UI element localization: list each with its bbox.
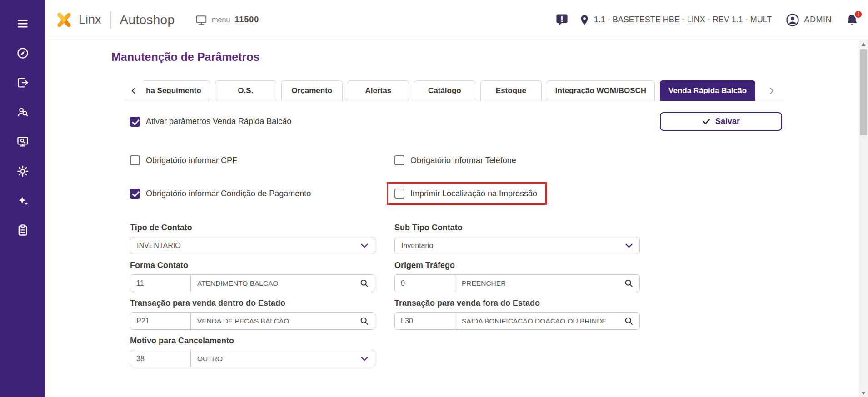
checkbox-require-payment-condition[interactable]: Obrigatório informar Condição de Pagamen… xyxy=(130,189,394,198)
field-row-4: Motivo para Cancelamento 38 OUTRO xyxy=(130,336,859,374)
search-icon xyxy=(359,316,369,326)
scrollbar-thumb[interactable] xyxy=(860,49,867,135)
sidebar-item-tasks[interactable] xyxy=(12,224,34,237)
sidebar-hamburger-button[interactable] xyxy=(12,17,34,30)
motivo-cancelamento-code-input[interactable]: 38 xyxy=(130,350,191,367)
header-divider xyxy=(110,12,111,28)
lookup-description-text: PREENCHER xyxy=(462,279,506,288)
sidebar-item-screen-search[interactable] xyxy=(12,135,34,148)
field-origem-trafego: Origem Tráfego 0 PREENCHER xyxy=(394,261,649,292)
field-forma-contato: Forma Contato 11 ATENDIMENTO BALCAO xyxy=(130,261,394,292)
field-transacao-dentro-estado: Transação para venda dentro do Estado P2… xyxy=(130,298,394,330)
monitor-search-icon xyxy=(16,135,29,148)
checkbox-require-phone[interactable]: Obrigatório informar Telefone xyxy=(394,155,649,165)
checkbox-label: Imprimir Localização na Impressão xyxy=(410,189,537,198)
transacao-dentro-description: VENDA DE PECAS BALCÃO xyxy=(190,312,375,330)
transacao-dentro-code-input[interactable]: P21 xyxy=(130,312,191,330)
origem-trafego-description: PREENCHER xyxy=(455,274,640,292)
field-label: Transação para venda fora do Estado xyxy=(394,298,649,308)
sub-tipo-contato-select[interactable]: Inventario xyxy=(394,237,640,254)
activate-save-row: Ativar parâmetros Venda Rápida Balcão Sa… xyxy=(130,112,782,131)
checkbox-unchecked-icon[interactable] xyxy=(394,155,404,165)
transacao-fora-description: SAIDA BONIFICACAO DOACAO OU BRINDE xyxy=(455,312,640,330)
lookup-description-text: OUTRO xyxy=(197,355,223,363)
tab-catalogo[interactable]: Catálogo xyxy=(414,80,475,101)
user-name: ADMIN xyxy=(804,15,832,25)
field-label: Motivo para Cancelamento xyxy=(130,336,394,346)
sidebar-item-ai-assistant[interactable] xyxy=(12,194,34,207)
transacao-fora-code-input[interactable]: L30 xyxy=(394,312,455,330)
brand-name: Linx xyxy=(79,13,101,27)
tipo-contato-select[interactable]: INVENTARIO xyxy=(130,237,375,254)
sidebar-item-explore[interactable] xyxy=(12,47,34,60)
red-highlight-rectangle: Imprimir Localização na Impressão xyxy=(387,182,547,205)
location-button[interactable] xyxy=(579,14,590,26)
checkbox-unchecked-icon[interactable] xyxy=(130,155,140,165)
sidebar-item-export[interactable] xyxy=(12,76,34,89)
checkbox-activate-params[interactable]: Ativar parâmetros Venda Rápida Balcão xyxy=(130,117,291,127)
tab-venda-rapida-balcao[interactable]: Venda Rápida Balcão xyxy=(660,80,755,101)
search-icon xyxy=(359,278,369,288)
transacao-dentro-lookup: P21 VENDA DE PECAS BALCÃO xyxy=(130,312,375,330)
transacao-fora-lookup: L30 SAIDA BONIFICACAO DOACAO OU BRINDE xyxy=(394,312,640,330)
checkbox-unchecked-icon[interactable] xyxy=(394,189,404,198)
page-title: Manutenção de Parâmetros xyxy=(111,50,859,64)
field-label: Tipo de Contato xyxy=(130,223,394,233)
search-icon xyxy=(624,316,634,326)
scroll-up-arrow-icon[interactable] xyxy=(859,40,868,48)
motivo-cancelamento-lookup: 38 OUTRO xyxy=(130,350,375,367)
checkbox-row-2: Obrigatório informar Condição de Pagamen… xyxy=(130,182,859,205)
forma-contato-search-button[interactable] xyxy=(359,278,369,288)
origem-trafego-code-input[interactable]: 0 xyxy=(394,274,455,292)
vertical-scrollbar[interactable] xyxy=(859,40,868,397)
checkbox-checked-icon[interactable] xyxy=(130,117,140,127)
notifications-button[interactable]: ! xyxy=(845,13,859,27)
save-button-label: Salvar xyxy=(715,117,740,126)
tabs-scroll-left-button[interactable] xyxy=(125,80,143,101)
motivo-cancelamento-select[interactable]: OUTRO xyxy=(190,350,375,367)
tab-os[interactable]: O.S. xyxy=(215,80,276,101)
app-window: Linx Autoshop menu 11500 1.1 - BASETESTE… xyxy=(0,0,868,397)
tab-integracao-wom-bosch[interactable]: Integração WOM/BOSCH xyxy=(547,80,655,101)
field-transacao-fora-estado: Transação para venda fora do Estado L30 … xyxy=(394,298,649,330)
monitor-icon xyxy=(195,14,207,26)
checkbox-label: Obrigatório informar Condição de Pagamen… xyxy=(146,189,311,198)
save-button[interactable]: Salvar xyxy=(660,112,782,131)
chevron-left-icon xyxy=(130,86,139,95)
sidebar-item-customer-search[interactable] xyxy=(12,106,34,119)
check-icon xyxy=(702,117,711,126)
forma-contato-code-input[interactable]: 11 xyxy=(130,274,191,292)
tabs-scroll-right-button[interactable] xyxy=(762,80,780,101)
forma-contato-lookup: 11 ATENDIMENTO BALCAO xyxy=(130,274,375,292)
tab-estoque[interactable]: Estoque xyxy=(480,80,542,101)
checkbox-print-location[interactable]: Imprimir Localização na Impressão xyxy=(394,189,537,198)
origem-trafego-search-button[interactable] xyxy=(624,278,634,288)
select-value: INVENTARIO xyxy=(137,242,181,250)
scroll-down-arrow-icon[interactable] xyxy=(859,389,868,397)
search-icon xyxy=(624,278,634,288)
account-group[interactable]: ADMIN xyxy=(786,13,832,27)
field-label: Forma Contato xyxy=(130,261,394,270)
chevron-down-icon xyxy=(359,354,369,364)
tab-alertas[interactable]: Alertas xyxy=(348,80,409,101)
field-row-2: Forma Contato 11 ATENDIMENTO BALCAO Orig… xyxy=(130,261,859,298)
tab-strip: ha Seguimento O.S. Orçamento Alertas Cat… xyxy=(125,80,783,101)
field-sub-tipo-contato: Sub Tipo Contato Inventario xyxy=(394,223,649,254)
forma-contato-description: ATENDIMENTO BALCAO xyxy=(190,274,375,292)
tab-seguimento[interactable]: ha Seguimento xyxy=(143,80,210,101)
select-value: Inventario xyxy=(401,242,433,250)
sidebar-item-settings[interactable] xyxy=(12,165,34,178)
tab-orcamento[interactable]: Orçamento xyxy=(281,80,343,101)
app-name: Autoshop xyxy=(120,13,175,27)
transacao-dentro-search-button[interactable] xyxy=(359,316,369,326)
feedback-button[interactable] xyxy=(555,13,569,26)
lookup-description-text: ATENDIMENTO BALCAO xyxy=(197,279,279,288)
highlight-cell: Imprimir Localização na Impressão xyxy=(394,182,649,205)
account-circle-icon xyxy=(786,13,799,27)
lookup-description-text: SAIDA BONIFICACAO DOACAO OU BRINDE xyxy=(462,317,607,325)
field-label: Origem Tráfego xyxy=(394,261,649,270)
checkbox-checked-icon[interactable] xyxy=(130,189,140,198)
clipboard-tasks-icon xyxy=(16,224,29,237)
checkbox-require-cpf[interactable]: Obrigatório informar CPF xyxy=(130,155,394,165)
transacao-fora-search-button[interactable] xyxy=(624,316,634,326)
